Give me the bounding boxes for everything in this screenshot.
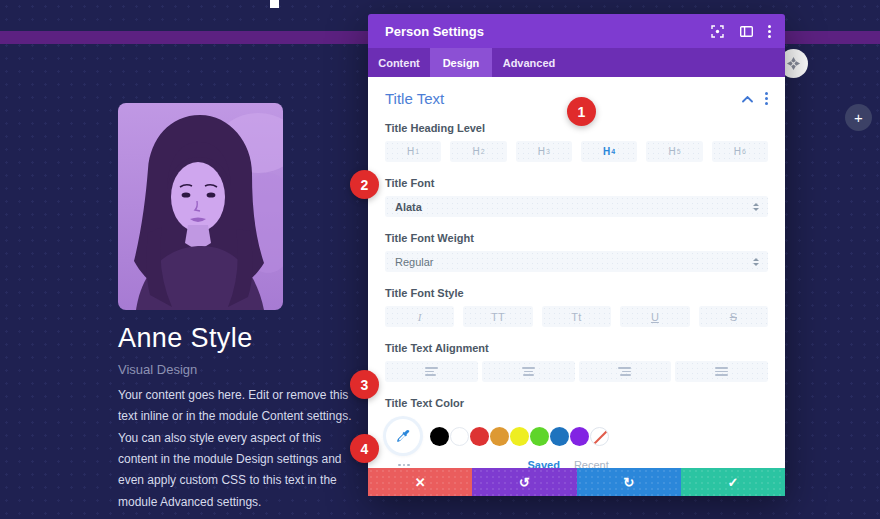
save-button[interactable]: ✓ [681, 468, 785, 496]
align-center-button[interactable] [482, 361, 575, 382]
heading-h3-button[interactable]: H3 [516, 141, 572, 162]
recent-colors-tab[interactable]: Recent [574, 459, 609, 468]
modal-footer: ✕ ↺ ↻ ✓ [368, 468, 785, 496]
check-icon: ✓ [727, 475, 738, 490]
modal-menu-icon[interactable] [768, 25, 771, 38]
person-name: Anne Style [118, 323, 358, 354]
annotation-step-3: 3 [350, 370, 379, 399]
swatch-green[interactable] [530, 427, 549, 446]
swatch-white[interactable] [450, 427, 469, 446]
redo-icon: ↻ [623, 475, 634, 490]
clipped-heading-fragment [270, 0, 279, 8]
person-photo [118, 103, 283, 310]
swatch-purple[interactable] [570, 427, 589, 446]
heading-h4-button[interactable]: H4 [581, 141, 637, 162]
modal-header[interactable]: Person Settings [368, 14, 785, 48]
saved-colors-tab[interactable]: Saved [528, 459, 560, 468]
undo-icon: ↺ [519, 475, 530, 490]
person-settings-modal: Person Settings Content [368, 14, 785, 496]
select-arrows-icon [753, 203, 759, 211]
person-description: Your content goes here. Edit or remove t… [118, 385, 356, 513]
field-label-font-style: Title Font Style [385, 287, 768, 299]
pinwheel-icon [786, 56, 801, 71]
heading-h5-button[interactable]: H5 [646, 141, 702, 162]
annotation-step-2: 2 [350, 170, 379, 199]
tab-advanced[interactable]: Advanced [492, 48, 566, 77]
uppercase-button[interactable]: TT [463, 306, 532, 327]
tab-content[interactable]: Content [368, 48, 430, 77]
align-center-icon [522, 367, 535, 376]
dock-modal-icon[interactable] [739, 24, 753, 38]
swatch-orange[interactable] [490, 427, 509, 446]
person-module: Anne Style Visual Design Your content go… [118, 103, 358, 519]
swatch-blue[interactable] [550, 427, 569, 446]
move-modal-icon[interactable] [710, 24, 724, 38]
heading-h2-button[interactable]: H2 [450, 141, 506, 162]
capitalize-button[interactable]: Tt [542, 306, 611, 327]
modal-title: Person Settings [385, 24, 484, 39]
discard-button[interactable]: ✕ [368, 468, 472, 496]
heading-h1-button[interactable]: H1 [385, 141, 441, 162]
font-weight-select[interactable]: Regular [385, 251, 768, 272]
heading-h6-button[interactable]: H6 [712, 141, 768, 162]
field-label-text-color: Title Text Color [385, 397, 768, 409]
font-style-group: I TT Tt U S [385, 306, 768, 327]
more-colors-icon[interactable] [398, 464, 410, 467]
swatch-none[interactable] [590, 427, 609, 446]
eyedropper-icon [396, 429, 411, 444]
close-icon: ✕ [415, 475, 426, 490]
text-alignment-group [385, 361, 768, 382]
field-label-font-weight: Title Font Weight [385, 232, 768, 244]
collapse-chevron-icon[interactable] [742, 89, 753, 107]
align-justify-icon [715, 367, 728, 376]
align-left-icon [425, 367, 438, 376]
modal-body: Title Text Title Heading Level H1 H2 H3 … [368, 77, 785, 468]
underline-button[interactable]: U [620, 306, 689, 327]
align-right-button[interactable] [579, 361, 672, 382]
text-color-control: Saved Recent [385, 416, 768, 468]
align-left-button[interactable] [385, 361, 478, 382]
align-justify-button[interactable] [675, 361, 768, 382]
modal-tabs: Content Design Advanced [368, 48, 785, 77]
modal-header-actions [710, 24, 771, 38]
section-title: Title Text [385, 90, 444, 107]
annotation-step-1: 1 [567, 97, 596, 126]
section-menu-icon[interactable] [765, 92, 768, 105]
add-button[interactable]: + [845, 104, 872, 131]
field-label-text-alignment: Title Text Alignment [385, 342, 768, 354]
page-background: Anne Style Visual Design Your content go… [0, 0, 880, 519]
swatch-black[interactable] [430, 427, 449, 446]
title-font-select[interactable]: Alata [385, 196, 768, 217]
font-weight-value: Regular [395, 256, 434, 268]
color-swatches [430, 427, 610, 446]
tab-design[interactable]: Design [430, 48, 492, 77]
undo-button[interactable]: ↺ [472, 468, 576, 496]
swatch-red[interactable] [470, 427, 489, 446]
field-label-title-font: Title Font [385, 177, 768, 189]
annotation-step-4: 4 [350, 434, 379, 463]
align-right-icon [618, 367, 631, 376]
heading-level-group: H1 H2 H3 H4 H5 H6 [385, 141, 768, 162]
redo-button[interactable]: ↻ [577, 468, 681, 496]
italic-button[interactable]: I [385, 306, 454, 327]
swatch-yellow[interactable] [510, 427, 529, 446]
color-picker-button[interactable] [386, 419, 420, 453]
select-arrows-icon [753, 258, 759, 266]
title-font-value: Alata [395, 201, 422, 213]
strikethrough-button[interactable]: S [699, 306, 768, 327]
person-role: Visual Design [118, 362, 358, 377]
